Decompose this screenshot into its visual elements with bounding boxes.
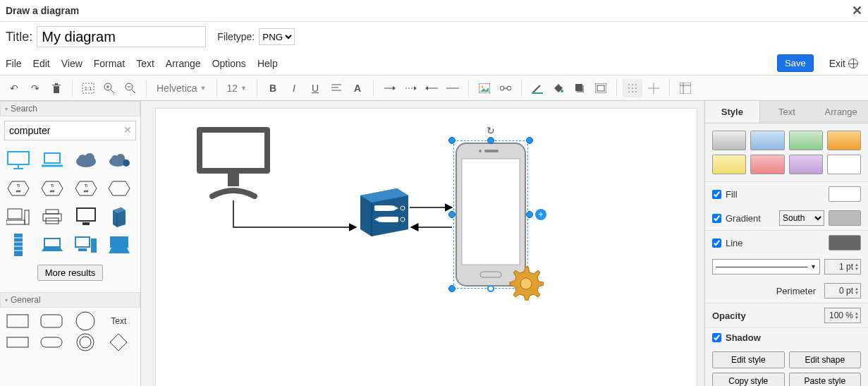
copy-style-button[interactable]: Copy style <box>712 373 785 386</box>
close-icon[interactable]: ✕ <box>852 3 862 18</box>
shadow-icon[interactable] <box>570 79 589 97</box>
save-button[interactable]: Save <box>777 54 814 72</box>
color-blue[interactable] <box>750 131 784 150</box>
shape-laptop-blue[interactable] <box>38 232 66 258</box>
perimeter-input[interactable]: 0 pt▲▼ <box>824 283 861 298</box>
align-icon[interactable] <box>326 79 346 97</box>
shape-roundrect2[interactable] <box>38 333 65 351</box>
undo-icon[interactable]: ↶ <box>4 79 24 97</box>
zoom-in-icon[interactable] <box>99 79 119 97</box>
shadow-checkbox[interactable] <box>712 333 721 342</box>
stroke-color-icon[interactable] <box>527 79 547 97</box>
connector-2-icon[interactable] <box>401 79 420 97</box>
link-icon[interactable] <box>496 79 515 97</box>
canvas[interactable]: ↻ + <box>155 108 697 386</box>
gradient-color-button[interactable] <box>829 210 861 226</box>
bold-icon[interactable]: B <box>263 79 283 97</box>
menu-edit[interactable]: Edit <box>33 58 50 69</box>
color-purple[interactable] <box>789 155 823 174</box>
italic-icon[interactable]: I <box>284 79 304 97</box>
menu-help[interactable]: Help <box>257 58 278 69</box>
shape-hex-2[interactable]: Ti## <box>38 176 66 201</box>
canvas-gear[interactable] <box>507 264 544 301</box>
search-section-header[interactable]: ▾Search <box>0 101 140 116</box>
shape-diamond[interactable] <box>105 333 132 351</box>
font-color-icon[interactable]: A <box>348 79 367 97</box>
title-input[interactable] <box>37 26 206 47</box>
shape-laptop-flat[interactable] <box>38 147 66 173</box>
tab-arrange[interactable]: Arrange <box>814 101 868 123</box>
shape-roundrect[interactable] <box>38 312 65 330</box>
color-orange[interactable] <box>827 131 861 150</box>
fontsize-select[interactable]: 12▼ <box>223 80 252 97</box>
menu-text[interactable]: Text <box>136 58 154 69</box>
menu-view[interactable]: View <box>61 58 82 69</box>
shape-monitor-flat[interactable] <box>4 147 32 173</box>
add-connection-icon[interactable]: + <box>535 209 546 220</box>
clear-search-icon[interactable]: ✕ <box>123 124 132 135</box>
shape-cloud-gear[interactable] <box>105 147 133 173</box>
general-section-header[interactable]: ▾General <box>0 292 140 308</box>
connector-1-icon[interactable] <box>379 79 399 97</box>
zoom-out-icon[interactable] <box>121 79 140 97</box>
shape-circle-big[interactable] <box>72 312 99 330</box>
menu-file[interactable]: File <box>6 58 22 69</box>
gradient-direction-select[interactable]: South <box>779 210 824 226</box>
filetype-select[interactable]: PNG <box>259 28 295 45</box>
fill-checkbox[interactable] <box>712 190 721 199</box>
menu-format[interactable]: Format <box>94 58 125 69</box>
gradient-checkbox[interactable] <box>712 214 721 223</box>
color-red[interactable] <box>750 155 784 174</box>
shape-hex-3[interactable]: Ti## <box>72 176 100 201</box>
shape-printer[interactable] <box>38 204 66 229</box>
color-yellow[interactable] <box>712 155 746 174</box>
more-results-button[interactable]: More results <box>37 265 104 281</box>
shape-circle-ring[interactable] <box>72 333 99 351</box>
canvas-monitor[interactable] <box>191 123 276 200</box>
container-icon[interactable] <box>591 79 611 97</box>
connector-3-icon[interactable] <box>422 79 441 97</box>
shape-server-3d[interactable] <box>105 204 133 229</box>
shape-rect2[interactable] <box>4 333 31 351</box>
connector-4-icon[interactable] <box>443 79 463 97</box>
fill-color-icon[interactable] <box>549 79 568 97</box>
line-checkbox[interactable] <box>712 239 721 248</box>
edit-style-button[interactable]: Edit style <box>712 351 785 368</box>
image-icon[interactable] <box>475 79 494 97</box>
edit-shape-button[interactable]: Edit shape <box>789 351 862 368</box>
line-color-button[interactable] <box>829 235 861 251</box>
paste-style-button[interactable]: Paste style <box>789 373 862 386</box>
font-select[interactable]: Helvetica▼ <box>152 80 211 97</box>
color-gray[interactable] <box>712 131 746 150</box>
shape-workstation[interactable] <box>4 204 32 229</box>
opacity-input[interactable]: 100 %▲▼ <box>824 308 861 323</box>
shape-terminal-blue[interactable] <box>105 232 133 258</box>
layout-icon[interactable] <box>676 79 695 97</box>
tab-text[interactable]: Text <box>760 101 814 123</box>
delete-icon[interactable] <box>47 79 66 97</box>
shape-hex-4[interactable] <box>105 176 133 201</box>
grid-dots-icon[interactable] <box>623 79 642 97</box>
exit-button[interactable]: Exit <box>825 55 862 72</box>
line-style-select[interactable]: ▼ <box>712 259 820 275</box>
menu-arrange[interactable]: Arrange <box>166 58 201 69</box>
shape-text[interactable]: Text <box>105 312 132 330</box>
shape-pc[interactable] <box>72 204 100 229</box>
underline-icon[interactable]: U <box>305 79 325 97</box>
search-input[interactable] <box>4 121 136 140</box>
line-width-input[interactable]: 1 pt▲▼ <box>824 259 861 275</box>
rotate-handle-icon[interactable]: ↻ <box>487 125 495 136</box>
shape-rect[interactable] <box>4 312 31 330</box>
redo-icon[interactable]: ↷ <box>25 79 45 97</box>
tab-style[interactable]: Style <box>705 101 760 123</box>
shape-hex-1[interactable]: Ti## <box>4 176 32 201</box>
color-white[interactable] <box>827 155 861 174</box>
guides-icon[interactable] <box>644 79 664 97</box>
fit-icon[interactable]: 1:1 <box>78 79 98 97</box>
canvas-switch[interactable] <box>353 188 410 238</box>
color-green[interactable] <box>789 131 823 150</box>
shape-cloud-dark[interactable] <box>72 147 100 173</box>
menu-options[interactable]: Options <box>212 58 246 69</box>
shape-rack[interactable] <box>4 232 32 258</box>
shape-desktop-blue[interactable] <box>72 232 100 258</box>
